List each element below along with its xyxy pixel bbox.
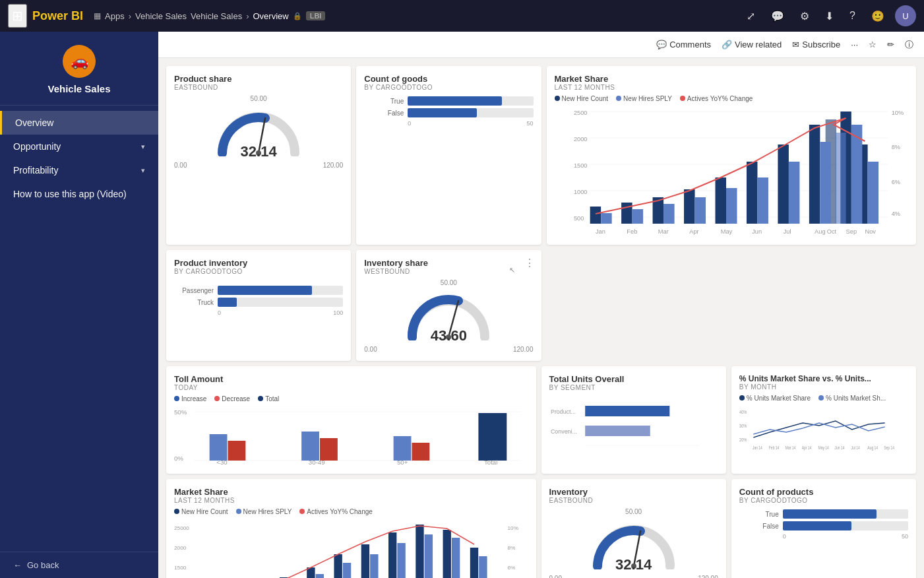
- svg-text:Jun: Jun: [752, 228, 762, 235]
- svg-text:50+: 50+: [397, 459, 408, 466]
- sidebar-item-profitability[interactable]: Profitability ▾: [0, 158, 158, 182]
- link-icon: 🔗: [722, 40, 732, 49]
- total-units-chart-area: Product... Conveni... 0.0M 0.5M: [549, 397, 718, 449]
- breadcrumb: ▦ Apps › Vehicle Sales Vehicle Sales › O…: [94, 11, 325, 21]
- pct-units-chart-area: 40% 30% 20% Jan 14 Feb 14 Mar 14 Apr 14 …: [739, 404, 908, 451]
- view-related-btn[interactable]: 🔗 View related: [722, 40, 782, 49]
- svg-text:Jun 14: Jun 14: [834, 445, 844, 450]
- go-back-btn[interactable]: ← Go back: [13, 560, 145, 570]
- svg-text:500: 500: [573, 215, 583, 222]
- svg-text:Apr: Apr: [689, 228, 698, 235]
- user-avatar[interactable]: U: [895, 5, 916, 26]
- svg-rect-105: [343, 563, 351, 578]
- svg-rect-57: [301, 432, 319, 461]
- svg-text:6%: 6%: [891, 179, 900, 185]
- help-btn[interactable]: ?: [844, 7, 861, 24]
- product-share-gauge: 50.00 32.14 0.00 120.00: [174, 95, 343, 169]
- svg-text:50%: 50%: [174, 409, 187, 416]
- comments-btn[interactable]: 💬 Comments: [656, 40, 711, 49]
- more-btn[interactable]: ···: [851, 40, 858, 49]
- svg-rect-56: [228, 441, 246, 461]
- cursor-indicator: ↖: [509, 266, 515, 274]
- svg-rect-27: [601, 213, 612, 224]
- count-of-goods-card: Count of goods BY CARGOODTOGO True False…: [356, 66, 541, 245]
- download-btn[interactable]: ⬇: [820, 7, 839, 25]
- svg-text:4%: 4%: [891, 210, 900, 217]
- svg-text:Total: Total: [484, 459, 497, 466]
- svg-text:1500: 1500: [573, 162, 587, 169]
- pct-units-legend: % Units Market Share % Units Market Sh..…: [739, 395, 908, 402]
- svg-rect-108: [388, 532, 396, 578]
- svg-rect-103: [316, 574, 324, 578]
- comment-icon: 💬: [656, 40, 667, 49]
- svg-rect-16: [590, 207, 601, 224]
- svg-rect-111: [425, 534, 433, 578]
- apps-label[interactable]: Apps: [105, 11, 125, 21]
- back-arrow-icon: ←: [13, 560, 22, 570]
- sidebar-item-opportunity[interactable]: Opportunity ▾: [0, 135, 158, 158]
- svg-rect-30: [694, 197, 706, 224]
- svg-rect-19: [684, 189, 695, 224]
- svg-text:Nov: Nov: [865, 228, 876, 235]
- emoji-btn[interactable]: 🙂: [866, 7, 890, 25]
- svg-text:Jul 14: Jul 14: [851, 445, 860, 450]
- svg-rect-68: [585, 406, 669, 416]
- svg-text:Jan: Jan: [595, 228, 605, 235]
- svg-rect-28: [632, 209, 643, 224]
- subscribe-btn[interactable]: ✉ Subscribe: [792, 40, 840, 49]
- inventory-bottom-card: Inventory EASTBOUND 50.00 32.14 0.00 120…: [541, 479, 726, 578]
- top-row: Product share EASTBOUND 50.00 32.14 0.00…: [166, 66, 916, 245]
- grid-icon[interactable]: ⊞: [8, 4, 27, 28]
- svg-rect-22: [778, 144, 789, 224]
- vehicle-sales-label[interactable]: Vehicle Sales: [135, 11, 187, 21]
- svg-text:2500: 2500: [573, 110, 587, 116]
- svg-rect-114: [470, 548, 478, 578]
- overview-label: Overview: [253, 11, 288, 21]
- market-share-bottom-legend: New Hire Count New Hires SPLY Actives Yo…: [174, 508, 528, 515]
- fullscreen-btn[interactable]: ⤢: [741, 7, 760, 25]
- svg-text:8%: 8%: [891, 144, 900, 150]
- svg-text:Sep 14: Sep 14: [884, 445, 894, 450]
- inventory-share-gauge: 50.00 43.60 0.00 120.00: [364, 279, 533, 353]
- pct-units-card: % Units Market Share vs. % Units... BY M…: [731, 366, 916, 474]
- vehicle-sales-text[interactable]: Vehicle Sales: [191, 11, 242, 21]
- svg-text:10%: 10%: [508, 525, 518, 531]
- toll-chart-area: 50% 0% <30: [174, 406, 528, 466]
- chevron-down-icon: ▾: [141, 166, 145, 175]
- svg-rect-115: [479, 556, 487, 578]
- info-btn[interactable]: ⓘ: [905, 39, 913, 51]
- svg-text:Sep: Sep: [846, 228, 857, 235]
- market-share-bottom-card: Market Share LAST 12 MONTHS New Hire Cou…: [166, 479, 536, 578]
- svg-rect-104: [334, 554, 342, 578]
- topbar: ⊞ Power BI ▦ Apps › Vehicle Sales Vehicl…: [0, 0, 924, 32]
- count-products-chart: True False 050: [739, 509, 908, 540]
- sidebar-item-overview[interactable]: Overview: [0, 111, 158, 135]
- svg-text:8%: 8%: [508, 545, 516, 551]
- app-icon: 🚗: [63, 45, 96, 78]
- svg-text:Apr 14: Apr 14: [801, 445, 811, 450]
- comment-btn[interactable]: 💬: [766, 7, 789, 25]
- settings-btn[interactable]: ⚙: [795, 7, 815, 25]
- main-content: Product share EASTBOUND 50.00 32.14 0.00…: [158, 58, 924, 578]
- inventory-bottom-gauge: 50.00 32.14 0.00 120.00: [549, 508, 718, 578]
- svg-rect-20: [715, 177, 726, 224]
- svg-text:Feb: Feb: [627, 228, 637, 235]
- apps-icon: ▦: [94, 11, 101, 20]
- svg-text:1500: 1500: [174, 565, 187, 571]
- app-logo: Power BI: [32, 9, 83, 23]
- svg-rect-109: [397, 543, 405, 578]
- market-bottom-svg: 25000 2000 1500 1000 500 10% 8% 6% 4%: [174, 518, 528, 578]
- svg-rect-61: [478, 413, 507, 461]
- edit-btn[interactable]: ✏: [887, 40, 894, 49]
- sidebar-logo-area: 🚗 Vehicle Sales: [0, 32, 158, 106]
- sidebar-item-how-to[interactable]: How to use this app (Video): [0, 182, 158, 206]
- svg-rect-110: [416, 525, 423, 578]
- svg-text:10%: 10%: [891, 110, 904, 116]
- count-goods-chart: True False 050: [364, 96, 533, 127]
- svg-text:Oct: Oct: [826, 228, 836, 235]
- card-more-btn[interactable]: ⋮: [524, 257, 535, 269]
- toll-chart-svg: 50% 0% <30: [174, 406, 528, 466]
- svg-rect-29: [663, 204, 675, 224]
- bookmark-btn[interactable]: ☆: [869, 40, 877, 49]
- svg-rect-106: [361, 544, 369, 578]
